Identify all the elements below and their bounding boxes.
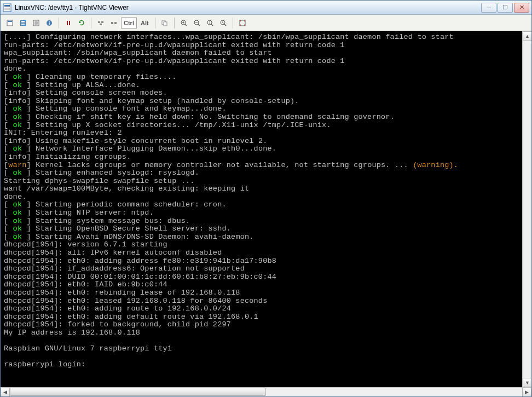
terminal-line: Raspbian GNU/Linux 7 raspberrypi tty1 (4, 345, 528, 353)
terminal-line: done. (4, 65, 528, 73)
terminal-line: dhcpcd[1954]: eth0: rebinding lease of 1… (4, 289, 528, 297)
terminal-line: [info] Using makefile-style concurrent b… (4, 137, 528, 146)
terminal-line: run-parts: /etc/network/if-pre-up.d/wpas… (4, 42, 528, 50)
terminal-line: [info] Skipping font and keymap setup (h… (4, 97, 528, 106)
terminal-line: dhcpcd[1954]: eth0: leased 192.168.0.118… (4, 297, 528, 306)
terminal-line: [ ok ] Starting OpenBSD Secure Shell ser… (4, 225, 528, 233)
fullscreen-button[interactable] (236, 17, 248, 29)
toolbar-separator (233, 18, 233, 28)
svg-rect-1 (4, 5, 10, 7)
terminal-line: Starting dphys-swapfile swapfile setup .… (4, 177, 528, 186)
terminal-line: [ ok ] Setting up X socket directories..… (4, 122, 528, 130)
terminal-line: [info] Initializing cgroups. (4, 153, 528, 162)
terminal-line (4, 353, 528, 361)
terminal-line: [ ok ] Starting Avahi mDNS/DNS-SD Daemon… (4, 233, 528, 241)
terminal-line: dhcpcd[1954]: eth0: adding address fe80:… (4, 257, 528, 266)
svg-text:A: A (222, 21, 224, 24)
zoom-100-button[interactable]: 1 (204, 17, 216, 29)
svg-text:1: 1 (209, 21, 210, 24)
terminal-line: dhcpcd[1954]: if_addaddress6: Operation … (4, 265, 528, 273)
svg-line-28 (198, 24, 200, 26)
window-frame: LinuxVNC: /dev/tty1 - TightVNC Viewer ─ … (0, 0, 532, 397)
terminal-line: raspberrypi login: (4, 361, 528, 369)
toolbar-separator (155, 18, 155, 28)
ctrl-esc-button[interactable] (108, 17, 120, 29)
svg-rect-2 (4, 8, 10, 10)
scrollbar-track[interactable] (10, 388, 522, 397)
terminal-line (4, 337, 528, 346)
refresh-button[interactable] (76, 17, 88, 29)
titlebar[interactable]: LinuxVNC: /dev/tty1 - TightVNC Viewer ─ … (1, 1, 531, 15)
transfer-files-button[interactable] (159, 17, 171, 29)
terminal-line: My IP address is 192.168.0.118 (4, 329, 528, 337)
terminal-line: [ ok ] Starting enhanced syslogd: rsyslo… (4, 169, 528, 177)
scrollbar-track[interactable] (523, 41, 531, 378)
terminal-line: dhcpcd[1954]: eth0: adding route to 192.… (4, 305, 528, 313)
terminal-line: [ ok ] Setting up ALSA...done. (4, 82, 528, 90)
ctrl-toggle-button[interactable]: Ctrl (121, 17, 137, 29)
terminal-line: dhcpcd[1954]: eth0: adding default route… (4, 313, 528, 321)
svg-rect-20 (114, 22, 117, 24)
terminal-line: dhcpcd[1954]: forked to background, chil… (4, 321, 528, 329)
scroll-left-button[interactable]: ◀ (1, 388, 10, 397)
zoom-auto-button[interactable]: A (217, 17, 229, 29)
svg-rect-7 (21, 24, 25, 25)
terminal-line: [ ok ] Setting up console font and keyma… (4, 105, 528, 113)
toolbar-separator (174, 18, 175, 28)
terminal-line: [ ok ] Cleaning up temporary files.... (4, 73, 528, 82)
terminal-line: done. (4, 193, 528, 202)
svg-rect-14 (67, 21, 68, 25)
svg-rect-6 (21, 21, 25, 22)
svg-rect-18 (100, 24, 102, 25)
terminal-line: dhcpcd[1954]: all: IPv6 kernel autoconf … (4, 249, 528, 257)
vertical-scrollbar[interactable]: ▲ ▼ (522, 31, 531, 387)
scroll-down-button[interactable]: ▼ (523, 378, 531, 387)
scroll-right-button[interactable]: ▶ (522, 388, 531, 397)
scrollbar-thumb[interactable] (10, 388, 266, 396)
terminal-content: [....] Configuring network interfaces...… (1, 31, 531, 370)
window-title: LinuxVNC: /dev/tty1 - TightVNC Viewer (15, 4, 481, 11)
terminal-line: [warn] Kernel lacks cgroups or memory co… (4, 162, 528, 170)
close-button[interactable]: ✕ (514, 3, 529, 13)
maximize-button[interactable]: ☐ (498, 3, 513, 13)
svg-line-24 (185, 24, 187, 26)
svg-line-31 (211, 24, 213, 26)
save-button[interactable] (17, 17, 29, 29)
svg-rect-4 (8, 21, 12, 22)
terminal-line: [ ok ] Starting periodic command schedul… (4, 201, 528, 209)
zoom-in-button[interactable] (178, 17, 190, 29)
terminal-line: dhcpcd[1954]: version 6.7.1 starting (4, 241, 528, 249)
terminal-line: [ ok ] Starting system message bus: dbus… (4, 217, 528, 226)
options-button[interactable] (30, 17, 42, 29)
terminal-line: [ ok ] Network Interface Plugging Daemon… (4, 145, 528, 153)
terminal-line: dhcpcd[1954]: eth0: IAID eb:9b:c0:44 (4, 281, 528, 289)
svg-rect-17 (101, 21, 103, 23)
terminal-line: [ ok ] Starting NTP server: ntpd. (4, 209, 528, 217)
terminal-line: [info] Setting console screen modes. (4, 89, 528, 97)
terminal-line: want /var/swap=100MByte, checking existi… (4, 185, 528, 193)
svg-rect-22 (164, 22, 167, 26)
svg-rect-19 (111, 22, 113, 24)
terminal-line: dhcpcd[1954]: DUID 00:01:00:01:1c:dd:60:… (4, 273, 528, 281)
terminal-line: wpa_supplicant: /sbin/wpa_supplicant dae… (4, 49, 528, 57)
app-icon (3, 3, 11, 12)
ctrl-alt-del-button[interactable] (95, 17, 107, 29)
scroll-up-button[interactable]: ▲ (523, 31, 531, 41)
minimize-button[interactable]: ─ (481, 3, 496, 13)
terminal-viewport[interactable]: [....] Configuring network interfaces...… (1, 31, 531, 396)
terminal-line: [....] Configuring network interfaces...… (4, 33, 528, 42)
connection-info-button[interactable]: i (43, 17, 55, 29)
terminal-line: [ ok ] Checking if shift key is held dow… (4, 113, 528, 122)
pause-button[interactable] (62, 17, 74, 29)
toolbar-separator (91, 18, 91, 28)
alt-toggle-button[interactable]: Alt (138, 17, 152, 29)
new-connection-button[interactable] (4, 17, 16, 29)
terminal-line: INIT: Entering runlevel: 2 (4, 129, 528, 137)
svg-line-34 (224, 24, 226, 26)
horizontal-scrollbar[interactable]: ◀ ▶ (1, 387, 531, 396)
terminal-line: run-parts: /etc/network/if-pre-up.d/wpas… (4, 57, 528, 66)
toolbar: i Ctrl Alt 1 A (1, 15, 531, 31)
zoom-out-button[interactable] (191, 17, 203, 29)
toolbar-separator (59, 18, 59, 28)
svg-rect-15 (69, 21, 70, 25)
